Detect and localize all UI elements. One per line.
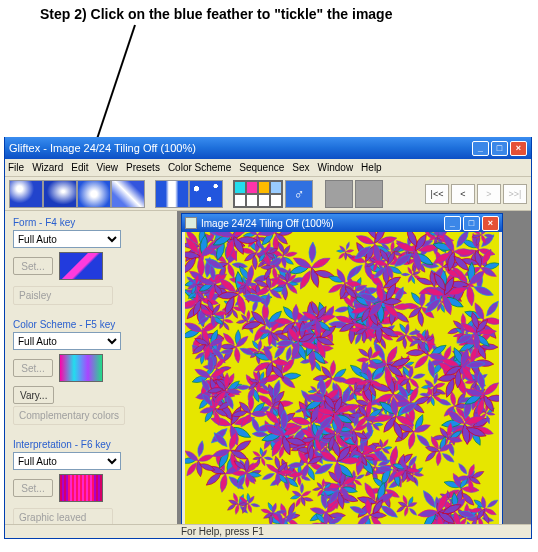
doc-max-button[interactable]: □ [463,216,480,231]
feather-swatch-1[interactable] [9,180,43,208]
color-vary-button[interactable]: Vary... [13,386,54,404]
nav-next[interactable]: > [477,184,501,204]
form-preview [59,252,103,280]
doc-icon [185,217,197,229]
interp-label: Interpretation - F6 key [13,439,169,450]
annotation-text: Step 2) Click on the blue feather to "ti… [40,6,392,22]
nav-prev[interactable]: < [451,184,475,204]
feather-swatch-3[interactable] [77,180,111,208]
color-subtype: Complementary colors [13,406,125,425]
main-window: Gliftex - Image 24/24 Tiling Off (100%) … [4,137,532,539]
doc-close-button[interactable]: × [482,216,499,231]
status-text: For Help, press F1 [181,526,264,537]
menu-colorscheme[interactable]: Color Scheme [168,162,231,173]
color-set-button[interactable]: Set... [13,359,53,377]
pattern-image [185,232,499,527]
menu-sequence[interactable]: Sequence [239,162,284,173]
pattern-swatch-1[interactable] [155,180,189,208]
pattern-swatch-2[interactable] [189,180,223,208]
close-button[interactable]: × [510,141,527,156]
interp-mode-select[interactable]: Full Auto [13,452,121,470]
grey-swatch-2[interactable] [355,180,383,208]
canvas[interactable] [185,232,499,527]
color-label: Color Scheme - F5 key [13,319,169,330]
statusbar: For Help, press F1 [5,524,531,538]
maximize-button[interactable]: □ [491,141,508,156]
doc-title: Image 24/24 Tiling Off (100%) [201,218,444,229]
menu-wizard[interactable]: Wizard [32,162,63,173]
menubar: File Wizard Edit View Presets Color Sche… [5,159,531,177]
color-palette[interactable] [233,180,283,208]
feather-swatch-2[interactable] [43,180,77,208]
grey-swatch-1[interactable] [325,180,353,208]
menu-edit[interactable]: Edit [71,162,88,173]
form-subtype: Paisley [13,286,113,305]
color-preview [59,354,103,382]
color-mode-select[interactable]: Full Auto [13,332,121,350]
left-panel: Form - F4 key Full Auto Set... Paisley C… [5,211,177,524]
form-mode-select[interactable]: Full Auto [13,230,121,248]
menu-window[interactable]: Window [318,162,354,173]
feather-swatch-4[interactable] [111,180,145,208]
toolbar: ♂ |<< < > >>| [5,177,531,211]
male-icon[interactable]: ♂ [285,180,313,208]
mdi-area: Image 24/24 Tiling Off (100%) _ □ × [177,211,531,524]
menu-view[interactable]: View [96,162,118,173]
minimize-button[interactable]: _ [472,141,489,156]
form-set-button[interactable]: Set... [13,257,53,275]
menu-help[interactable]: Help [361,162,382,173]
doc-titlebar: Image 24/24 Tiling Off (100%) _ □ × [182,214,502,232]
nav-first[interactable]: |<< [425,184,449,204]
menu-sex[interactable]: Sex [292,162,309,173]
nav-last[interactable]: >>| [503,184,527,204]
document-window: Image 24/24 Tiling Off (100%) _ □ × [181,213,503,531]
menu-file[interactable]: File [8,162,24,173]
doc-min-button[interactable]: _ [444,216,461,231]
menu-presets[interactable]: Presets [126,162,160,173]
main-title: Gliftex - Image 24/24 Tiling Off (100%) [9,142,472,154]
form-label: Form - F4 key [13,217,169,228]
interp-preview [59,474,103,502]
main-titlebar: Gliftex - Image 24/24 Tiling Off (100%) … [5,137,531,159]
interp-set-button[interactable]: Set... [13,479,53,497]
